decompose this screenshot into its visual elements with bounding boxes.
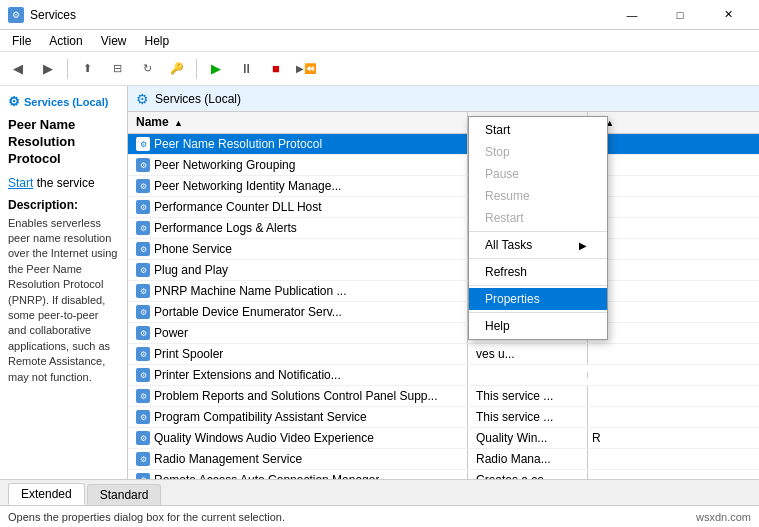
service-name-text: Program Compatibility Assistant Service: [154, 410, 367, 424]
ctx-item-label: Stop: [485, 145, 510, 159]
service-name-cell: ⚙Phone Service: [128, 239, 468, 259]
menu-action[interactable]: Action: [41, 30, 90, 52]
service-icon: ⚙: [136, 452, 150, 466]
service-name-cell: ⚙Remote Access Auto Connection Manager: [128, 470, 468, 479]
minimize-button[interactable]: —: [609, 0, 655, 30]
col-name-sort: ▲: [174, 118, 183, 128]
app-icon: ⚙: [8, 7, 24, 23]
service-status-cell: [588, 414, 628, 420]
toolbar-restart-service[interactable]: ▶⏪: [292, 56, 320, 82]
service-desc-cell: Radio Mana...: [468, 449, 588, 469]
panel-start-link[interactable]: Start: [8, 176, 33, 190]
service-row[interactable]: ⚙Peer Networking Groupings mul...: [128, 155, 759, 176]
toolbar-stop-service[interactable]: ■: [262, 56, 290, 82]
service-icon: ⚙: [136, 431, 150, 445]
toolbar-forward[interactable]: ▶: [34, 56, 62, 82]
service-icon: ⚙: [136, 347, 150, 361]
service-name-text: Performance Logs & Alerts: [154, 221, 297, 235]
service-name-cell: ⚙Peer Networking Grouping: [128, 155, 468, 175]
service-row[interactable]: ⚙Phone Service: [128, 239, 759, 260]
menu-file[interactable]: File: [4, 30, 39, 52]
service-row[interactable]: ⚙Plug and Plays a c...R: [128, 260, 759, 281]
toolbar-sep-1: [67, 59, 68, 79]
service-row[interactable]: ⚙Powerrvice u...: [128, 323, 759, 344]
col-header-name[interactable]: Name ▲: [128, 112, 468, 133]
service-name-text: Performance Counter DLL Host: [154, 200, 322, 214]
context-menu-item: Resume: [469, 185, 607, 207]
toolbar-export[interactable]: 🔑: [163, 56, 191, 82]
tab-standard[interactable]: Standard: [87, 484, 162, 505]
context-menu-item[interactable]: Help: [469, 315, 607, 337]
scope-icon: ⚙: [8, 94, 20, 109]
service-icon: ⚙: [136, 284, 150, 298]
toolbar-pause-service[interactable]: ⏸: [232, 56, 260, 82]
ctx-item-label: Properties: [485, 292, 540, 306]
status-bar: Opens the properties dialog box for the …: [0, 505, 759, 527]
toolbar-start-service[interactable]: ▶: [202, 56, 230, 82]
left-panel-header: ⚙ Services (Local): [8, 94, 119, 109]
title-bar-left: ⚙ Services: [8, 7, 76, 23]
tab-extended[interactable]: Extended: [8, 483, 85, 505]
service-name-cell: ⚙Portable Device Enumerator Serv...: [128, 302, 468, 322]
service-name-text: Radio Management Service: [154, 452, 302, 466]
service-row[interactable]: ⚙Portable Device Enumerator Serv...es p.…: [128, 302, 759, 323]
panel-desc-text: Enables serverless peer name resolution …: [8, 216, 119, 385]
service-name-cell: ⚙Performance Logs & Alerts: [128, 218, 468, 238]
service-name-cell: ⚙Radio Management Service: [128, 449, 468, 469]
service-row[interactable]: ⚙Radio Management ServiceRadio Mana...: [128, 449, 759, 470]
service-status-cell: [588, 477, 628, 479]
toolbar-refresh[interactable]: ↻: [133, 56, 161, 82]
service-desc-cell: ves u...: [468, 344, 588, 364]
service-row[interactable]: ⚙Print Spoolerves u...: [128, 344, 759, 365]
context-menu-item[interactable]: Refresh: [469, 261, 607, 283]
toolbar-show-hide[interactable]: ⊟: [103, 56, 131, 82]
context-menu: StartStopPauseResumeRestartAll Tasks▶Ref…: [468, 116, 608, 340]
service-desc-cell: This service ...: [468, 386, 588, 406]
context-menu-item[interactable]: Properties: [469, 288, 607, 310]
service-icon: ⚙: [136, 137, 150, 151]
service-row[interactable]: ⚙Remote Access Auto Connection ManagerCr…: [128, 470, 759, 479]
title-bar: ⚙ Services — □ ✕: [0, 0, 759, 30]
service-icon: ⚙: [136, 473, 150, 479]
service-status-cell: R: [588, 428, 628, 448]
panel-start-row: Start the service: [8, 176, 119, 190]
context-menu-separator: [469, 285, 607, 286]
bottom-tabs: Extended Standard: [0, 479, 759, 505]
ctx-item-label: Start: [485, 123, 510, 137]
menu-view[interactable]: View: [93, 30, 135, 52]
toolbar-up[interactable]: ⬆: [73, 56, 101, 82]
service-status-cell: [588, 393, 628, 399]
toolbar-back[interactable]: ◀: [4, 56, 32, 82]
menu-help[interactable]: Help: [137, 30, 178, 52]
service-status-cell: [588, 456, 628, 462]
close-button[interactable]: ✕: [705, 0, 751, 30]
service-list[interactable]: ⚙Peer Name Resolution Protocols serv...⚙…: [128, 134, 759, 479]
service-name-cell: ⚙Peer Networking Identity Manage...: [128, 176, 468, 196]
service-name-cell: ⚙Power: [128, 323, 468, 343]
panel-start-text: the service: [33, 176, 94, 190]
context-menu-item: Pause: [469, 163, 607, 185]
service-row[interactable]: ⚙Problem Reports and Solutions Control P…: [128, 386, 759, 407]
scope-bar-icon: ⚙: [136, 91, 149, 107]
context-menu-item[interactable]: All Tasks▶: [469, 234, 607, 256]
context-menu-separator: [469, 258, 607, 259]
service-row[interactable]: ⚙Peer Networking Identity Manage...es id…: [128, 176, 759, 197]
maximize-button[interactable]: □: [657, 0, 703, 30]
service-name-text: Problem Reports and Solutions Control Pa…: [154, 389, 438, 403]
service-icon: ⚙: [136, 179, 150, 193]
service-desc-cell: [468, 372, 588, 378]
service-icon: ⚙: [136, 305, 150, 319]
service-icon: ⚙: [136, 263, 150, 277]
service-row[interactable]: ⚙Printer Extensions and Notificatio...: [128, 365, 759, 386]
service-row[interactable]: ⚙Program Compatibility Assistant Service…: [128, 407, 759, 428]
service-row[interactable]: ⚙Peer Name Resolution Protocols serv...: [128, 134, 759, 155]
service-row[interactable]: ⚙Quality Windows Audio Video ExperienceQ…: [128, 428, 759, 449]
service-row[interactable]: ⚙Performance Logs & Alertses th...: [128, 218, 759, 239]
status-text: Opens the properties dialog box for the …: [8, 511, 696, 523]
service-icon: ⚙: [136, 326, 150, 340]
service-row[interactable]: ⚙PNRP Machine Name Publication ...ves gr…: [128, 281, 759, 302]
ctx-submenu-arrow: ▶: [579, 240, 587, 251]
window-title: Services: [30, 8, 76, 22]
service-row[interactable]: ⚙Performance Counter DLL Hosts rem...: [128, 197, 759, 218]
context-menu-item[interactable]: Start: [469, 119, 607, 141]
